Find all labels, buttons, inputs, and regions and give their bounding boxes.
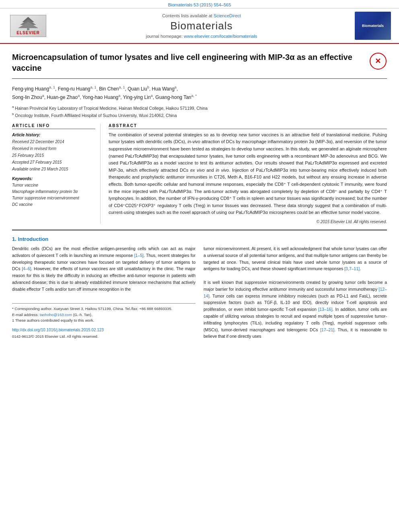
authors-section: Feng-ying Huanga, 1, Feng-ru Huanga, 1, … [12, 84, 387, 101]
introduction-body: Dendritic cells (DCs) are the most effec… [12, 245, 387, 340]
corresponding-author-note: * Corresponding author. Xueyuan Street 3… [12, 306, 195, 312]
doi-link[interactable]: http://dx.doi.org/10.1016/j.biomaterials… [12, 328, 104, 332]
abstract-header: ABSTRACT [109, 123, 387, 129]
doi-section: http://dx.doi.org/10.1016/j.biomaterials… [12, 327, 195, 339]
ref-13-16[interactable]: [13–16] [318, 307, 332, 312]
email-note: E-mail address: tanhoho@163.com (G.-h. T… [12, 312, 195, 318]
contents-label: Contents lists available at [162, 13, 212, 18]
section-divider [12, 230, 387, 230]
citation-text: Biomaterials 53 (2015) 554–565 [168, 2, 231, 7]
accepted-date: Accepted 27 February 2015 [12, 159, 95, 166]
issn-line: 0142-9612/© 2015 Elsevier Ltd. All right… [12, 333, 195, 339]
article-title: Microencapsulation of tumor lysates and … [12, 52, 363, 74]
article-info-col: ARTICLE INFO Article history: Received 2… [12, 123, 101, 224]
footnotes-section: * Corresponding author. Xueyuan Street 3… [12, 303, 195, 323]
crossmark-icon: ✕ [370, 53, 387, 70]
affiliation-a: a Hainan Provincial Key Laboratory of Tr… [12, 105, 387, 111]
affiliation-b: b Oncology Institute, Fourth Affiliated … [12, 112, 387, 119]
equal-contribution-note: 1 These authors contributed equally to t… [12, 318, 195, 323]
elsevier-tree-icon [14, 16, 42, 31]
biomaterials-logo-text: Biomaterials [362, 24, 384, 28]
journal-center: Contents lists available at ScienceDirec… [48, 13, 355, 39]
article-container: Microencapsulation of tumor lysates and … [0, 44, 399, 348]
history-label: Article history: [12, 131, 95, 138]
ref-4-6[interactable]: [4–6] [22, 266, 31, 271]
abstract-text: The combination of several potential str… [109, 131, 387, 216]
abstract-col: ABSTRACT The combination of several pote… [109, 123, 387, 224]
keyword-4: DC vaccine [12, 201, 95, 208]
received-date: Received 22 December 2014 [12, 138, 95, 145]
crossmark: ✕ [369, 52, 387, 70]
keyword-1: Tumor vaccine [12, 182, 95, 189]
available-online-date: Available online 23 March 2015 [12, 166, 95, 173]
keyword-3: Tumor suppressive microenvironment [12, 195, 95, 201]
authors-text: Feng-ying Huanga, 1, Feng-ru Huanga, 1, … [12, 86, 197, 100]
section-number: 1. [12, 236, 16, 242]
journal-name: Biomaterials [48, 20, 355, 32]
article-title-wrapper: Microencapsulation of tumor lysates and … [12, 52, 363, 74]
email-link[interactable]: tanhoho@163.com [40, 312, 72, 317]
ref-3-7-11[interactable]: [3,7–11] [344, 266, 360, 271]
article-history: Article history: Received 22 December 20… [12, 131, 95, 173]
elsevier-image: ELSEVIER [10, 15, 46, 37]
introduction-section: 1. Introduction Dendritic cells (DCs) ar… [12, 236, 387, 340]
article-title-section: Microencapsulation of tumor lysates and … [12, 52, 387, 79]
keywords-section: Keywords: Tumor vaccine Macrophage infla… [12, 177, 95, 208]
keywords-list: Tumor vaccine Macrophage inflammatory pr… [12, 182, 95, 208]
elsevier-wordmark: ELSEVIER [16, 31, 39, 35]
biomaterials-logo: Biomaterials [355, 12, 391, 40]
contents-line: Contents lists available at ScienceDirec… [48, 13, 355, 18]
sciencedirect-link[interactable]: ScienceDirect [214, 13, 241, 18]
journal-header: ELSEVIER Contents lists available at Sci… [0, 8, 399, 44]
elsevier-logo: ELSEVIER [8, 14, 48, 38]
keywords-label: Keywords: [12, 177, 95, 181]
ref-1-5[interactable]: [1–5] [134, 253, 144, 258]
intro-col-left: Dendritic cells (DCs) are the most effec… [12, 245, 195, 340]
copyright-line: © 2015 Elsevier Ltd. All rights reserved… [109, 220, 387, 224]
homepage-label: journal homepage: [146, 34, 183, 39]
ref-17-21[interactable]: [17–21] [320, 327, 334, 332]
received-revised-date: Received in revised form25 February 2015 [12, 145, 95, 159]
intro-col-right: tumor microenvironment. At present, it i… [204, 245, 387, 340]
section-label: Introduction [18, 236, 48, 242]
journal-homepage: journal homepage: www.elsevier.com/locat… [48, 34, 355, 39]
article-info-header: ARTICLE INFO [12, 123, 95, 129]
affiliations-section: a Hainan Provincial Key Laboratory of Tr… [12, 105, 387, 119]
citation-bar: Biomaterials 53 (2015) 554–565 [0, 0, 399, 8]
keyword-2: Macrophage inflammatory protein 3α [12, 189, 95, 195]
ref-12-14[interactable]: [12–14] [204, 287, 387, 298]
homepage-link[interactable]: www.elsevier.com/locate/biomaterials [184, 34, 257, 39]
info-abstract-section: ARTICLE INFO Article history: Received 2… [12, 123, 387, 224]
introduction-title: 1. Introduction [12, 236, 387, 242]
